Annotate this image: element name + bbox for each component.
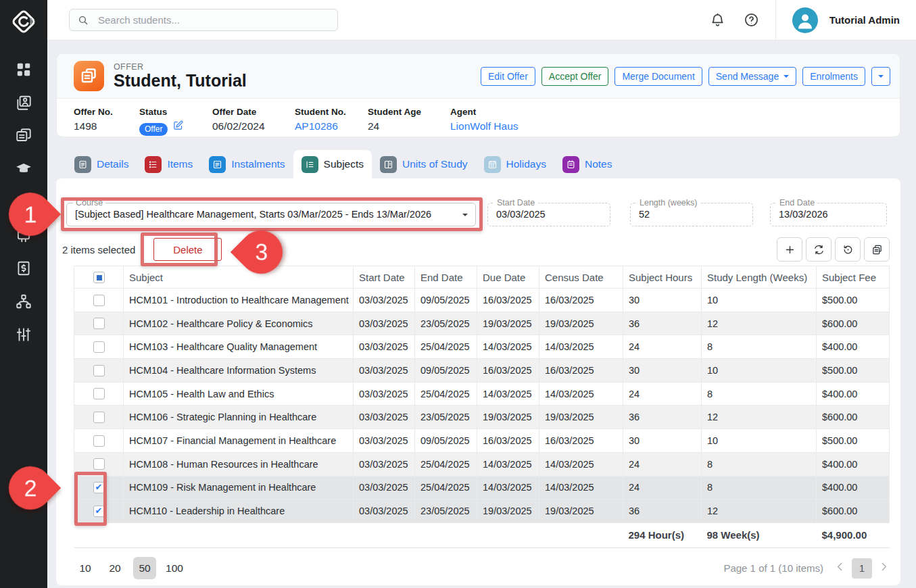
- row-checkbox[interactable]: [93, 482, 105, 493]
- end-date-field: End Date 13/03/2026: [770, 203, 887, 226]
- total-weeks: 98 Week(s): [702, 522, 817, 547]
- user-name[interactable]: Tutorial Admin: [829, 14, 900, 26]
- app-logo: [10, 8, 37, 35]
- cell-weeks: 12: [702, 499, 817, 523]
- page-size-100[interactable]: 100: [163, 557, 186, 579]
- cell-end: 25/04/2025: [415, 382, 477, 406]
- tab-items[interactable]: Items: [137, 150, 201, 178]
- avatar[interactable]: [792, 7, 818, 33]
- instalments-icon: [209, 156, 226, 173]
- row-checkbox[interactable]: [93, 435, 105, 447]
- cell-due: 14/03/2025: [477, 476, 539, 499]
- cell-fee: $600.00: [817, 499, 890, 523]
- cell-census: 14/03/2025: [539, 382, 623, 406]
- edit-offer-button[interactable]: Edit Offer: [481, 67, 535, 86]
- row-checkbox[interactable]: [93, 458, 105, 470]
- prev-page-button[interactable]: [834, 561, 846, 575]
- subjects-table: Subject Start Date End Date Due Date Cen…: [74, 266, 890, 548]
- col-census-date: Census Date: [539, 266, 623, 289]
- cell-fee: $500.00: [817, 289, 890, 312]
- info-offer-date: Offer Date 06/02/2024: [212, 106, 295, 137]
- col-subject-fee: Subject Fee: [817, 266, 890, 289]
- help-icon[interactable]: [744, 12, 759, 28]
- row-checkbox[interactable]: [93, 295, 105, 306]
- cell-subject: HCM110 - Leadership in Healthcare: [124, 499, 354, 523]
- plus-icon: [784, 244, 796, 255]
- next-page-button[interactable]: [878, 561, 890, 575]
- notifications-bell-icon[interactable]: [710, 12, 725, 28]
- row-checkbox[interactable]: [93, 506, 105, 517]
- row-checkbox[interactable]: [93, 341, 105, 353]
- row-checkbox[interactable]: [93, 318, 105, 329]
- tab-notes[interactable]: Notes: [554, 150, 621, 178]
- sidebar-item-agents[interactable]: [0, 285, 47, 318]
- total-hours: 294 Hour(s): [623, 522, 702, 547]
- cell-weeks: 12: [702, 406, 817, 429]
- cell-subject: HCM104 - Healthcare Information Systems: [124, 359, 354, 383]
- cell-fee: $400.00: [817, 335, 890, 359]
- cell-due: 16/03/2025: [477, 359, 539, 383]
- sidebar-item-courses[interactable]: [0, 152, 47, 185]
- agent-link[interactable]: LionWolf Haus: [450, 120, 519, 132]
- cell-fee: $400.00: [817, 476, 890, 499]
- add-button[interactable]: [777, 237, 802, 262]
- tab-units-of-study[interactable]: Units of Study: [372, 150, 476, 178]
- cell-due: 16/03/2025: [477, 429, 539, 453]
- more-actions-button[interactable]: [871, 67, 890, 86]
- student-no-link[interactable]: AP10286: [295, 120, 368, 132]
- tab-holidays[interactable]: Holidays: [476, 150, 554, 178]
- page-size-10[interactable]: 10: [74, 557, 97, 579]
- cell-census: 19/03/2025: [539, 312, 623, 335]
- table-row: HCM107 - Financial Management in Healthc…: [74, 429, 890, 453]
- details-icon: [74, 156, 91, 173]
- cell-start: 03/03/2025: [354, 335, 415, 359]
- cell-weeks: 10: [702, 289, 817, 312]
- send-message-button[interactable]: Send Message: [708, 67, 796, 86]
- cell-census: 16/03/2025: [539, 359, 623, 383]
- select-all-checkbox[interactable]: [93, 272, 105, 283]
- sidebar-item-settings[interactable]: [0, 318, 47, 351]
- sidebar-item-dashboard[interactable]: [0, 53, 47, 86]
- row-checkbox[interactable]: [93, 365, 105, 376]
- tab-details[interactable]: Details: [66, 150, 137, 178]
- cell-hours: 36: [623, 312, 702, 335]
- cell-census: 16/03/2025: [539, 429, 623, 453]
- cell-fee: $400.00: [817, 452, 890, 476]
- edit-status-icon[interactable]: [173, 120, 183, 133]
- accept-offer-button[interactable]: Accept Offer: [541, 67, 609, 86]
- cell-end: 25/04/2025: [415, 452, 477, 476]
- merge-document-button[interactable]: Merge Document: [614, 67, 702, 86]
- cell-subject: HCM101 - Introduction to Healthcare Mana…: [124, 289, 354, 312]
- sidebar-item-offers[interactable]: [0, 119, 47, 152]
- copy-button[interactable]: [864, 237, 890, 262]
- sidebar-item-students[interactable]: [0, 86, 47, 119]
- cell-census: 14/03/2025: [539, 476, 623, 499]
- table-header-row: Subject Start Date End Date Due Date Cen…: [74, 266, 890, 289]
- tab-subjects[interactable]: Subjects: [293, 150, 372, 178]
- cell-subject: HCM106 - Strategic Planning in Healthcar…: [124, 406, 354, 429]
- sidebar-item-invoices[interactable]: [0, 251, 47, 285]
- graduation-cap-icon: [15, 160, 32, 178]
- chevron-down-icon: [784, 75, 789, 80]
- copy-icon: [871, 244, 883, 255]
- cell-weeks: 8: [702, 452, 817, 476]
- cell-fee: $600.00: [817, 312, 890, 335]
- row-checkbox[interactable]: [93, 388, 105, 399]
- col-start-date: Start Date: [354, 266, 415, 289]
- page-size-20[interactable]: 20: [103, 557, 126, 579]
- history-button[interactable]: [835, 237, 861, 262]
- course-select[interactable]: Course [Subject Based] Healthcare Manage…: [66, 203, 476, 226]
- search-icon: [78, 15, 89, 26]
- current-page[interactable]: 1: [852, 558, 872, 579]
- refresh-button[interactable]: [806, 237, 831, 262]
- delete-button[interactable]: Delete: [153, 238, 222, 261]
- row-checkbox[interactable]: [93, 412, 105, 423]
- cell-end: 23/05/2025: [415, 499, 477, 523]
- cell-subject: HCM105 - Health Law and Ethics: [124, 382, 354, 406]
- cell-due: 14/03/2025: [477, 382, 539, 406]
- cell-start: 03/03/2025: [354, 382, 415, 406]
- search-input[interactable]: Search students...: [69, 9, 338, 31]
- tab-instalments[interactable]: Instalments: [201, 150, 293, 178]
- page-size-50[interactable]: 50: [133, 557, 156, 579]
- enrolments-button[interactable]: Enrolments: [802, 67, 865, 86]
